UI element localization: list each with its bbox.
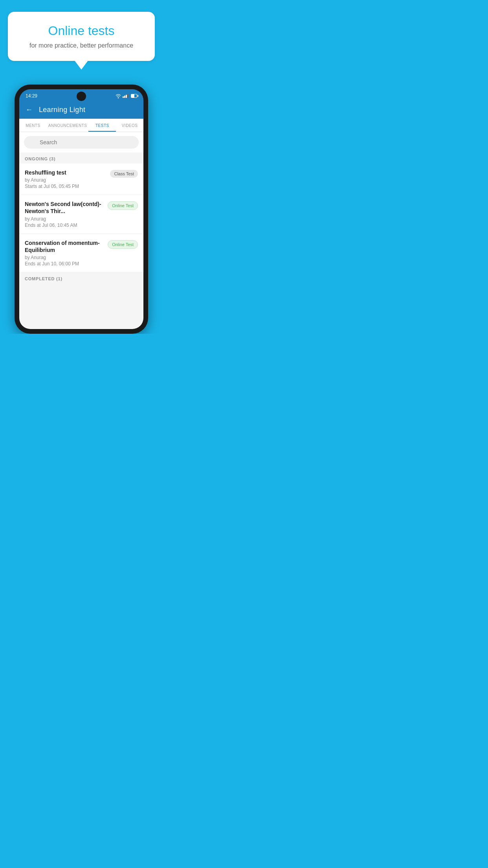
app-title: Learning Light (39, 106, 85, 114)
back-button[interactable]: ← (26, 106, 33, 114)
battery-icon (131, 94, 137, 98)
signal-icon (123, 94, 128, 98)
speech-bubble-subtitle: for more practice, better performance (16, 42, 147, 49)
test-item-2[interactable]: Newton's Second law(contd)-Newton's Thir… (19, 195, 143, 234)
test-name-3: Conservation of momentum-Equilibrium (25, 239, 104, 254)
test-date-2: Ends at Jul 06, 10:45 AM (25, 223, 104, 228)
tabs-bar: MENTS ANNOUNCEMENTS TESTS VIDEOS (19, 119, 143, 132)
phone-frame: 14:29 (15, 85, 148, 334)
test-author-1: by Anurag (25, 177, 106, 183)
ongoing-section-header: ONGOING (3) (19, 153, 143, 164)
speech-bubble-section: Online tests for more practice, better p… (0, 0, 163, 65)
search-container: 🔍 (19, 132, 143, 153)
status-bar: 14:29 (19, 89, 143, 101)
phone-mockup: 14:29 (15, 85, 148, 334)
search-wrapper: 🔍 (24, 136, 139, 149)
status-icons (116, 94, 137, 98)
tab-ments[interactable]: MENTS (19, 119, 47, 132)
status-time: 14:29 (26, 93, 37, 99)
test-info-1: Reshuffling test by Anurag Starts at Jul… (25, 169, 106, 189)
test-badge-2: Online Test (108, 201, 138, 210)
tab-videos[interactable]: VIDEOS (116, 119, 143, 132)
tab-tests[interactable]: TESTS (88, 119, 116, 132)
test-date-1: Starts at Jul 05, 05:45 PM (25, 184, 106, 189)
speech-bubble-title: Online tests (16, 24, 147, 38)
test-badge-1: Class Test (110, 170, 138, 178)
test-badge-3: Online Test (108, 240, 138, 249)
completed-section-header: COMPLETED (1) (19, 272, 143, 283)
speech-bubble: Online tests for more practice, better p… (8, 12, 155, 61)
wifi-icon (116, 94, 121, 98)
test-date-3: Ends at Jun 10, 06:00 PM (25, 261, 104, 267)
search-input[interactable] (24, 136, 139, 149)
test-name-1: Reshuffling test (25, 169, 106, 176)
phone-screen: ← Learning Light MENTS ANNOUNCEMENTS TES… (19, 101, 143, 329)
test-info-2: Newton's Second law(contd)-Newton's Thir… (25, 200, 104, 228)
test-info-3: Conservation of momentum-Equilibrium by … (25, 239, 104, 267)
test-item-1[interactable]: Reshuffling test by Anurag Starts at Jul… (19, 164, 143, 195)
test-author-3: by Anurag (25, 255, 104, 260)
tab-announcements[interactable]: ANNOUNCEMENTS (47, 119, 89, 132)
phone-notch (77, 92, 86, 101)
test-name-2: Newton's Second law(contd)-Newton's Thir… (25, 200, 104, 215)
test-author-2: by Anurag (25, 216, 104, 222)
app-header: ← Learning Light (19, 101, 143, 119)
test-item-3[interactable]: Conservation of momentum-Equilibrium by … (19, 234, 143, 272)
test-list: Reshuffling test by Anurag Starts at Jul… (19, 164, 143, 272)
